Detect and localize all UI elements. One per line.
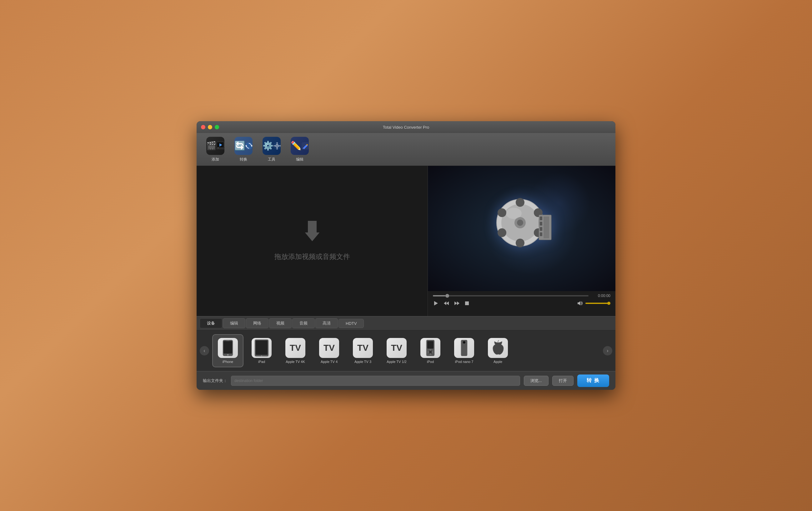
toolbar-edit[interactable]: 编辑	[287, 137, 312, 162]
svg-rect-28	[540, 216, 542, 220]
close-button[interactable]	[201, 125, 205, 129]
browse-button[interactable]: 浏览...	[524, 376, 549, 386]
device-ipod[interactable]: iPod	[415, 334, 446, 367]
device-grid-wrapper: ‹ iPhone	[197, 330, 615, 371]
prev-button[interactable]	[443, 301, 449, 305]
convert-button[interactable]: 转 换	[577, 374, 609, 387]
next-button[interactable]	[454, 301, 460, 305]
film-reel-icon	[490, 196, 553, 261]
device-ipad[interactable]: iPad	[246, 334, 277, 367]
svg-point-33	[506, 208, 522, 219]
tools-label: 工具	[268, 157, 276, 162]
bottom-bar: 输出文件夹： 浏览... 打开 转 换	[197, 371, 615, 390]
device-appletv4k[interactable]: TV Apple TV 4K	[280, 334, 311, 367]
window-title: Total Video Converter Pro	[383, 125, 430, 130]
appletv12-label: Apple TV 1/2	[387, 360, 406, 364]
svg-rect-4	[216, 148, 224, 149]
device-appletv4[interactable]: TV Apple TV 4	[314, 334, 345, 367]
svg-rect-42	[224, 341, 232, 354]
time-display: 0:00:00	[592, 294, 610, 298]
svg-point-54	[430, 354, 431, 355]
tab-edit[interactable]: 编辑	[223, 318, 245, 328]
apple-label: Apple	[494, 360, 502, 364]
prev-device-button[interactable]: ‹	[200, 346, 209, 356]
svg-point-51	[429, 351, 432, 353]
stop-button[interactable]	[465, 301, 469, 305]
maximize-button[interactable]	[215, 125, 219, 129]
play-button[interactable]	[433, 300, 438, 306]
volume-bar[interactable]	[585, 303, 610, 304]
preview-controls: 0:00:00	[428, 291, 615, 316]
svg-point-21	[516, 198, 524, 207]
device-apple[interactable]: Apple	[482, 334, 514, 367]
drop-text: 拖放添加视频或音频文件	[274, 252, 350, 262]
appletv12-icon: TV	[387, 338, 407, 358]
volume-icon[interactable]	[577, 301, 583, 306]
tab-hdtv[interactable]: HDTV	[339, 319, 364, 328]
window-controls	[201, 125, 219, 129]
svg-point-10	[277, 145, 278, 146]
svg-rect-32	[544, 216, 549, 238]
appletv4k-label: Apple TV 4K	[286, 360, 305, 364]
ipad-icon	[252, 338, 271, 358]
device-ipodnano7[interactable]: iPod nano 7	[448, 334, 480, 367]
device-appletv3[interactable]: TV Apple TV 3	[347, 334, 378, 367]
convert-label: 转换	[240, 157, 247, 162]
tab-network[interactable]: 网络	[246, 318, 268, 328]
svg-point-24	[516, 239, 524, 247]
svg-point-55	[428, 352, 429, 353]
tab-hd[interactable]: 高清	[315, 318, 338, 328]
volume-area	[577, 301, 610, 306]
controls-row	[433, 300, 610, 306]
titlebar: Total Video Converter Pro	[197, 121, 615, 133]
svg-point-53	[432, 352, 433, 353]
svg-rect-46	[256, 340, 267, 355]
svg-point-25	[498, 228, 506, 237]
appletv4k-icon: TV	[285, 338, 306, 358]
preview-panel: 0:00:00	[428, 166, 615, 316]
tab-video[interactable]: 视频	[269, 318, 292, 328]
device-appletv12[interactable]: TV Apple TV 1/2	[381, 334, 412, 367]
toolbar-add[interactable]: 添加	[203, 137, 228, 162]
open-button[interactable]: 打开	[552, 376, 574, 386]
svg-point-26	[498, 208, 506, 217]
svg-marker-35	[444, 301, 446, 305]
progress-bar[interactable]	[433, 295, 588, 296]
tab-devices[interactable]: 设备	[200, 318, 222, 328]
output-folder-input[interactable]	[231, 376, 520, 386]
svg-rect-30	[540, 227, 542, 231]
tabs-bar: 设备 编辑 网络 视频 音频 高清 HDTV	[197, 316, 615, 330]
svg-marker-40	[578, 301, 580, 305]
svg-marker-37	[455, 301, 457, 305]
svg-point-20	[517, 219, 523, 226]
main-area: 拖放添加视频或音频文件	[197, 166, 615, 316]
appletv4-icon: TV	[319, 338, 339, 358]
svg-rect-31	[540, 232, 542, 236]
drop-arrow-icon	[303, 221, 322, 247]
svg-marker-34	[434, 301, 438, 305]
toolbar-convert[interactable]: 转换	[231, 137, 256, 162]
device-iphone[interactable]: iPhone	[212, 334, 243, 367]
convert-icon	[234, 137, 253, 155]
ipodnano7-label: iPod nano 7	[455, 360, 473, 364]
appletv3-label: Apple TV 3	[354, 360, 371, 364]
edit-icon	[291, 137, 309, 155]
drop-zone[interactable]: 拖放添加视频或音频文件	[197, 166, 428, 316]
device-grid: iPhone iPad TV Apple TV 4K	[209, 334, 603, 367]
next-device-button[interactable]: ›	[603, 346, 612, 356]
svg-marker-38	[457, 301, 459, 305]
appletv4-label: Apple TV 4	[321, 360, 338, 364]
ipad-label: iPad	[258, 360, 265, 364]
toolbar-tools[interactable]: 工具	[259, 137, 284, 162]
minimize-button[interactable]	[208, 125, 212, 129]
svg-rect-44	[226, 340, 229, 341]
svg-point-52	[430, 350, 431, 351]
svg-point-58	[463, 341, 465, 343]
preview-area	[428, 166, 615, 291]
toolbar: 添加 转换	[197, 133, 615, 166]
add-label: 添加	[211, 157, 219, 162]
add-icon	[206, 137, 224, 155]
svg-rect-39	[465, 301, 469, 305]
tab-audio[interactable]: 音频	[292, 318, 315, 328]
iphone-icon	[218, 338, 238, 358]
